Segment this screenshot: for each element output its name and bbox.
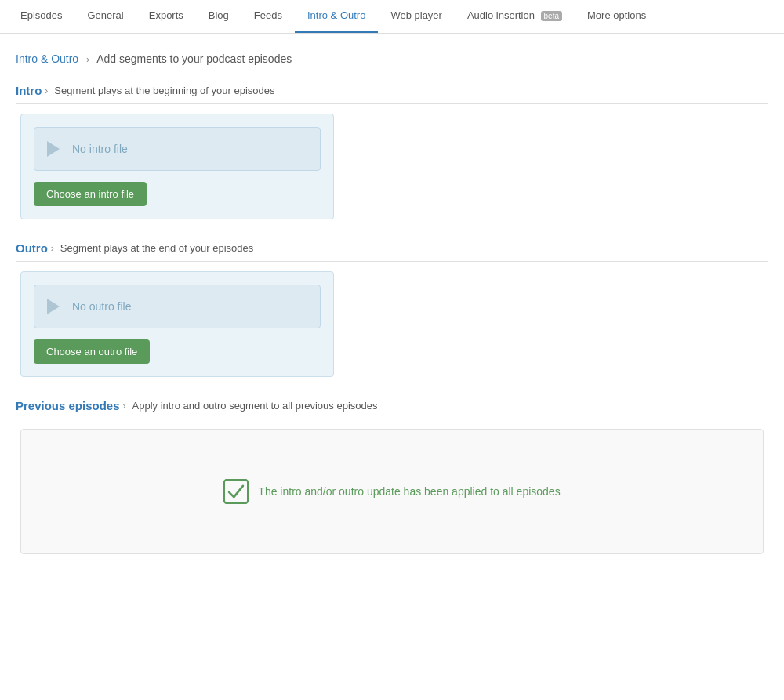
tab-blog[interactable]: Blog bbox=[196, 0, 241, 33]
intro-content: No intro file Choose an intro file bbox=[16, 114, 768, 219]
beta-badge: beta bbox=[541, 11, 562, 21]
outro-section-header: Outro › Segment plays at the end of your… bbox=[16, 241, 768, 262]
page-wrapper: Episodes General Exports Blog Feeds Intr… bbox=[0, 0, 784, 700]
outro-player: No outro file bbox=[34, 285, 321, 328]
tab-intro-outro[interactable]: Intro & Outro bbox=[295, 0, 378, 33]
previous-content: The intro and/or outro update has been a… bbox=[16, 429, 768, 554]
tab-exports[interactable]: Exports bbox=[136, 0, 196, 33]
tabs-bar: Episodes General Exports Blog Feeds Intr… bbox=[0, 0, 784, 34]
choose-intro-button[interactable]: Choose an intro file bbox=[34, 182, 147, 206]
intro-no-file-text: No intro file bbox=[72, 143, 128, 155]
previous-section-header: Previous episodes › Apply intro and outr… bbox=[16, 399, 768, 419]
previous-box: The intro and/or outro update has been a… bbox=[20, 429, 764, 554]
outro-no-file-text: No outro file bbox=[72, 300, 131, 313]
tab-feeds[interactable]: Feeds bbox=[241, 0, 295, 33]
intro-player: No intro file bbox=[34, 127, 321, 171]
tab-general[interactable]: General bbox=[74, 0, 136, 33]
intro-arrow: › bbox=[45, 85, 48, 96]
main-content: Intro & Outro › Add segments to your pod… bbox=[0, 34, 784, 573]
intro-section: Intro › Segment plays at the beginning o… bbox=[16, 84, 768, 219]
tab-more-options[interactable]: More options bbox=[575, 0, 659, 33]
tab-web-player[interactable]: Web player bbox=[378, 0, 455, 33]
breadcrumb-subtitle: Add segments to your podcast episodes bbox=[96, 53, 292, 65]
svg-rect-0 bbox=[224, 480, 248, 503]
intro-title: Intro bbox=[16, 84, 42, 97]
outro-content: No outro file Choose an outro file bbox=[16, 271, 768, 377]
tab-episodes[interactable]: Episodes bbox=[8, 0, 74, 33]
choose-outro-button[interactable]: Choose an outro file bbox=[34, 339, 150, 364]
intro-desc: Segment plays at the beginning of your e… bbox=[54, 85, 274, 96]
breadcrumb-link[interactable]: Intro & Outro bbox=[16, 53, 78, 65]
previous-episodes-section: Previous episodes › Apply intro and outr… bbox=[16, 399, 768, 554]
outro-arrow: › bbox=[51, 243, 54, 254]
outro-play-icon bbox=[47, 299, 60, 314]
tab-audio-insertion[interactable]: Audio insertion beta bbox=[455, 0, 575, 33]
outro-desc: Segment plays at the end of your episode… bbox=[60, 242, 253, 254]
outro-section: Outro › Segment plays at the end of your… bbox=[16, 241, 768, 377]
intro-player-box: No intro file Choose an intro file bbox=[20, 114, 334, 219]
intro-section-header: Intro › Segment plays at the beginning o… bbox=[16, 84, 768, 104]
breadcrumb-separator: › bbox=[86, 54, 89, 65]
breadcrumb: Intro & Outro › Add segments to your pod… bbox=[16, 53, 768, 65]
outro-player-box: No outro file Choose an outro file bbox=[20, 271, 334, 377]
previous-desc: Apply intro and outro segment to all pre… bbox=[132, 400, 378, 412]
intro-play-icon bbox=[47, 141, 60, 157]
previous-arrow: › bbox=[123, 401, 126, 412]
checkmark-icon bbox=[223, 479, 249, 504]
success-message: The intro and/or outro update has been a… bbox=[223, 479, 560, 504]
success-text: The intro and/or outro update has been a… bbox=[258, 485, 560, 498]
previous-title: Previous episodes bbox=[16, 399, 120, 412]
outro-title: Outro bbox=[16, 241, 48, 255]
